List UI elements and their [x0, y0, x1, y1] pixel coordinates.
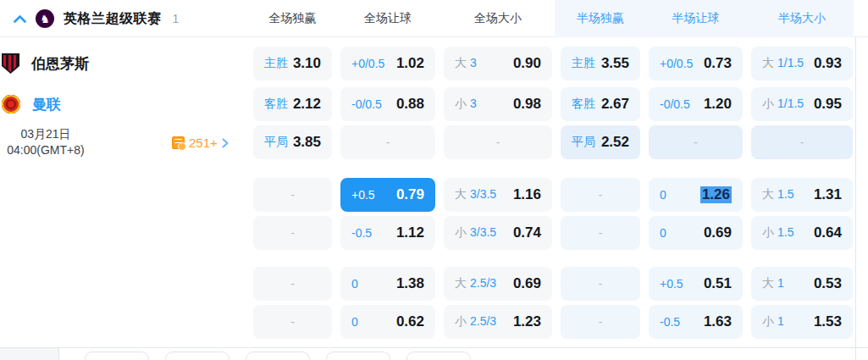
odds-value: 3.10 — [293, 55, 321, 72]
odds-cell[interactable]: -0.51.63 — [649, 305, 743, 339]
odds-label: 大1/1.5 — [762, 56, 804, 71]
odds-value: 0.98 — [513, 96, 541, 113]
odds-label: 0 — [351, 277, 358, 291]
odds-value: 1.23 — [513, 313, 541, 330]
more-markets-link[interactable]: 251+ — [172, 136, 229, 150]
chevron-right-icon — [222, 138, 229, 148]
odds-label: 小1 — [762, 314, 784, 330]
odds-cell[interactable] — [85, 352, 149, 360]
odds-cell[interactable] — [246, 352, 310, 360]
odds-cell[interactable]: 主胜3.55 — [561, 47, 640, 80]
odds-cell[interactable]: 00.69 — [649, 216, 743, 250]
over-under-prefix: 小 — [455, 225, 467, 239]
odds-value: 0.73 — [704, 55, 732, 72]
next-section-left-block — [0, 348, 59, 360]
odds-cell-empty: - — [649, 125, 743, 159]
over-under-prefix: 小 — [455, 314, 467, 328]
odds-cell[interactable]: 主胜3.10 — [253, 47, 332, 80]
odds-cell[interactable] — [406, 352, 471, 360]
over-under-prefix: 小 — [455, 97, 467, 110]
odds-cell[interactable]: -0/0.50.88 — [340, 87, 435, 121]
odds-cell[interactable]: +0/0.50.73 — [649, 47, 743, 80]
odds-label: 大3/3.5 — [455, 187, 496, 202]
odds-cell[interactable]: -0.51.12 — [340, 216, 435, 250]
home-team-crest-icon — [2, 53, 19, 74]
odds-label: 小3 — [455, 97, 477, 112]
odds-cell[interactable]: +0.50.79 — [340, 178, 435, 212]
odds-value: 1.16 — [513, 186, 541, 203]
odds-cell[interactable]: 大1.51.31 — [751, 178, 853, 212]
odds-label: 0 — [660, 226, 666, 240]
odds-label: 平局 — [264, 135, 288, 150]
match-date: 03月21日 — [0, 126, 102, 142]
over-under-prefix: 大 — [455, 56, 467, 69]
odds-label: 平局 — [572, 135, 595, 150]
over-under-prefix: 大 — [762, 187, 774, 201]
odds-label: 小1.5 — [762, 225, 793, 241]
scroll-track-line — [855, 37, 856, 360]
odds-cell[interactable]: 01.26 — [649, 178, 743, 212]
odds-value: 0.90 — [513, 55, 541, 72]
odds-label: 小3/3.5 — [455, 225, 496, 241]
odds-cell[interactable]: 小1/1.50.95 — [751, 87, 853, 121]
odds-value: 0.69 — [513, 275, 541, 292]
odds-cell[interactable]: 小3/3.50.74 — [444, 216, 552, 250]
odds-value: 0.64 — [814, 224, 842, 241]
odds-grid: 主胜3.10+0/0.51.02大30.90主胜3.55+0/0.50.73大1… — [253, 47, 853, 339]
home-team-name: 伯恩茅斯 — [31, 54, 89, 74]
odds-cell-empty: - — [253, 178, 332, 212]
odds-cell[interactable] — [165, 352, 229, 360]
odds-label: 主胜 — [264, 56, 288, 71]
home-team-row[interactable]: 伯恩茅斯 — [2, 47, 89, 80]
odds-cell[interactable]: 小11.53 — [751, 305, 853, 339]
odds-label: 主胜 — [572, 56, 595, 71]
odds-cell[interactable] — [326, 352, 390, 360]
odds-row: 主胜3.10+0/0.51.02大30.90主胜3.55+0/0.50.73大1… — [253, 47, 853, 80]
odds-cell[interactable]: 小2.5/31.23 — [444, 305, 552, 339]
odds-cell-empty: - — [253, 305, 332, 339]
odds-cell[interactable]: 大3/3.51.16 — [444, 178, 552, 212]
odds-cell[interactable]: 小1.50.64 — [751, 216, 853, 250]
odds-row: -+0.50.79大3/3.51.16-01.26大1.51.31 — [253, 178, 853, 212]
league-header: ♞ 英格兰超级联赛 1 全场独赢全场让球全场大小半场独赢半场让球半场大小 — [0, 0, 868, 37]
odds-value: 0.79 — [396, 186, 424, 203]
odds-label: 大3 — [455, 56, 477, 71]
odds-cell[interactable]: 大10.53 — [751, 267, 853, 301]
odds-value: 1.38 — [396, 275, 424, 292]
odds-value: 0.51 — [704, 275, 732, 292]
odds-value: 1.26 — [700, 186, 732, 203]
odds-cell[interactable]: +0/0.51.02 — [340, 47, 435, 80]
odds-cell[interactable]: 00.62 — [340, 305, 435, 339]
odds-label: 大1 — [762, 276, 784, 291]
odds-value: 1.31 — [814, 186, 842, 203]
odds-value: 2.12 — [293, 96, 321, 113]
over-under-prefix: 大 — [455, 276, 467, 290]
more-markets-count: 251+ — [189, 136, 218, 150]
odds-value: 0.93 — [814, 55, 842, 72]
odds-cell[interactable]: 大1/1.50.93 — [751, 47, 853, 80]
odds-value: 2.52 — [601, 134, 629, 151]
odds-label: 客胜 — [264, 97, 288, 112]
odds-value: 0.69 — [704, 224, 732, 241]
away-team-name: 曼联 — [32, 95, 61, 114]
away-team-row[interactable]: 曼联 — [2, 87, 61, 121]
odds-cell[interactable]: 大30.90 — [444, 47, 552, 80]
odds-cell-empty: - — [561, 305, 640, 339]
odds-cell[interactable]: -0/0.51.20 — [649, 87, 743, 121]
odds-label: +0.5 — [351, 188, 375, 202]
odds-cell[interactable]: 01.38 — [340, 267, 435, 301]
collapse-chevron-up-icon[interactable] — [14, 15, 26, 23]
odds-cell-empty: - — [561, 178, 640, 212]
odds-cell[interactable]: 客胜2.67 — [561, 87, 640, 121]
odds-cell[interactable]: 小30.98 — [444, 87, 552, 121]
odds-cell[interactable]: 大2.5/30.69 — [444, 267, 552, 301]
odds-cell-empty: - — [253, 267, 332, 301]
odds-cell[interactable]: 客胜2.12 — [253, 87, 332, 121]
odds-cell[interactable]: +0.50.51 — [649, 267, 743, 301]
odds-label: -0/0.5 — [351, 97, 382, 111]
league-match-count: 1 — [173, 12, 180, 25]
odds-cell[interactable]: 平局2.52 — [561, 125, 640, 159]
column-header: 全场独赢 — [253, 11, 332, 26]
odds-cell[interactable]: 平局3.85 — [253, 125, 332, 159]
odds-row: 客胜2.12-0/0.50.88小30.98客胜2.67-0/0.51.20小1… — [253, 87, 853, 121]
